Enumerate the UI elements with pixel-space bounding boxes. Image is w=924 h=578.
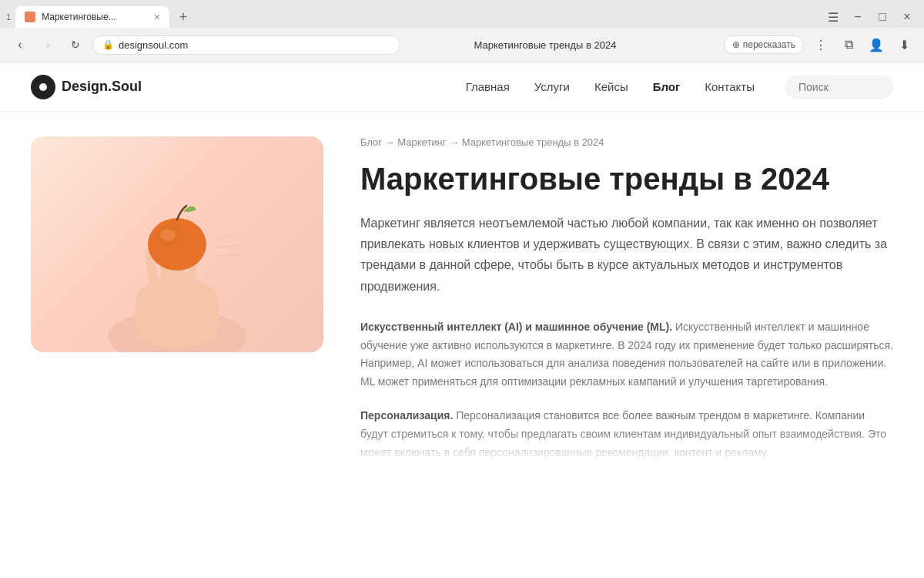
address-bar[interactable]: 🔒 designsoul.com: [92, 35, 400, 55]
new-tab-button[interactable]: +: [172, 6, 194, 28]
site-nav: Design.Soul Главная Услуги Кейсы Блог Ко…: [0, 62, 924, 112]
tab-close-button[interactable]: ×: [154, 11, 160, 23]
logo-dot: [39, 83, 47, 91]
nav-link-cases[interactable]: Кейсы: [594, 80, 628, 93]
article-section-1: Искусственный интеллект (AI) и машинное …: [360, 318, 893, 391]
nav-link-home[interactable]: Главная: [466, 80, 510, 93]
active-tab[interactable]: Маркетинговые... ×: [15, 6, 169, 28]
address-text: designsoul.com: [119, 39, 188, 51]
svg-line-4: [216, 244, 239, 248]
download-button[interactable]: ⬇: [893, 34, 915, 55]
nav-link-blog[interactable]: Блог: [653, 80, 681, 93]
article-section-2: Персонализация. Персонализация становитс…: [360, 407, 893, 462]
lock-icon: 🔒: [102, 39, 114, 50]
retell-icon: ⊕: [732, 39, 740, 50]
profile-button[interactable]: 👤: [865, 34, 887, 55]
website: Design.Soul Главная Услуги Кейсы Блог Ко…: [0, 62, 924, 578]
logo-text: Design.Soul: [62, 79, 142, 95]
article-section-1-text: Искусственный интеллект (AI) и машинное …: [360, 318, 893, 391]
page-title-bar: Маркетинговые тренды в 2024: [407, 39, 684, 51]
reload-button[interactable]: ↻: [65, 34, 86, 55]
tab-favicon: [25, 12, 35, 22]
tab-label: Маркетинговые...: [42, 12, 148, 22]
article: Блог → Маркетинг → Маркетинговые тренды …: [360, 136, 893, 554]
article-title: Маркетинговые тренды в 2024: [360, 160, 893, 197]
hero-image: [31, 136, 323, 352]
window-maximize-button[interactable]: □: [872, 6, 893, 28]
back-button[interactable]: ‹: [9, 34, 31, 55]
window-menu-button[interactable]: ☰: [822, 6, 844, 28]
search-input[interactable]: [785, 76, 893, 99]
svg-line-6: [214, 235, 235, 240]
retell-button[interactable]: ⊕ пересказать: [724, 35, 804, 54]
retell-label: пересказать: [743, 39, 795, 50]
extensions-button[interactable]: ⧉: [838, 34, 859, 55]
main-content: Блог → Маркетинг → Маркетинговые тренды …: [0, 112, 924, 578]
forward-button[interactable]: ›: [37, 34, 59, 55]
nav-link-services[interactable]: Услуги: [534, 80, 570, 93]
logo-icon: [31, 75, 55, 99]
window-minimize-button[interactable]: −: [847, 6, 869, 28]
svg-point-3: [160, 229, 176, 241]
article-section-2-text: Персонализация. Персонализация становитс…: [360, 407, 893, 462]
logo[interactable]: Design.Soul: [31, 75, 142, 99]
tab-number: 1: [6, 12, 11, 22]
article-section-2-bold: Персонализация.: [360, 409, 453, 422]
browser-controls: ‹ › ↻ 🔒 designsoul.com Маркетинговые тре…: [0, 28, 924, 62]
breadcrumb: Блог → Маркетинг → Маркетинговые тренды …: [360, 136, 893, 148]
options-button[interactable]: ⋮: [810, 34, 832, 55]
nav-links: Главная Услуги Кейсы Блог Контакты: [466, 80, 755, 93]
nav-link-contacts[interactable]: Контакты: [705, 80, 755, 93]
browser-chrome: 1 Маркетинговые... × + ☰ − □ × ‹ › ↻ 🔒 d…: [0, 0, 924, 62]
article-section-1-bold: Искусственный интеллект (AI) и машинное …: [360, 321, 672, 333]
browser-actions: ⊕ пересказать ⋮ ⧉ 👤 ⬇: [724, 34, 915, 55]
article-intro: Маркетинг является неотъемлемой частью л…: [360, 213, 893, 297]
svg-line-5: [217, 254, 243, 256]
window-close-button[interactable]: ×: [896, 6, 918, 28]
tab-bar: 1 Маркетинговые... × + ☰ − □ ×: [0, 0, 924, 28]
